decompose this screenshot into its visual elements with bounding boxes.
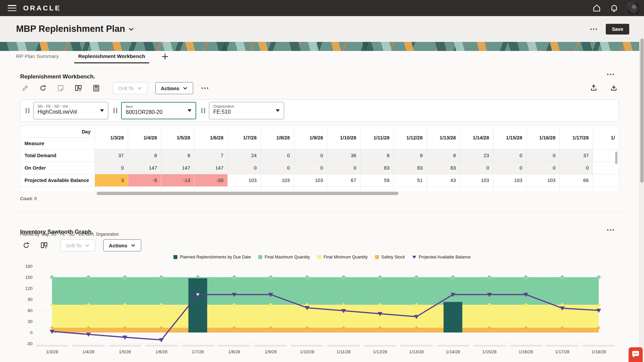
table-cell[interactable]: 0 bbox=[95, 162, 128, 174]
svg-text:90: 90 bbox=[28, 297, 33, 302]
legend-item[interactable]: Final Minimum Quantity bbox=[317, 255, 368, 259]
table-horizontal-scrollbar-thumb[interactable] bbox=[97, 192, 398, 195]
user-avatar[interactable] bbox=[627, 2, 639, 14]
add-tab-button[interactable] bbox=[161, 53, 169, 64]
page-title[interactable]: MBP Replenishment Plan bbox=[16, 24, 134, 34]
table-cell[interactable]: 0 bbox=[460, 162, 493, 174]
feedback-chat-button[interactable] bbox=[629, 347, 643, 362]
table-cell[interactable]: 51 bbox=[394, 174, 427, 187]
table-cell[interactable]: 0 bbox=[493, 162, 527, 174]
table-date-header: 1/9/28 bbox=[294, 126, 327, 149]
drag-handle-icon[interactable] bbox=[202, 108, 205, 113]
table-cell[interactable]: 0 bbox=[560, 162, 593, 174]
workbench-overflow-menu[interactable] bbox=[607, 74, 614, 75]
graph-subtitle: Filtered By: Day, SG - FE - SD - Vol, It… bbox=[20, 232, 119, 237]
download-icon[interactable] bbox=[610, 84, 618, 92]
table-cell[interactable]: 67 bbox=[327, 174, 361, 187]
table-cell[interactable]: 37 bbox=[560, 149, 593, 162]
table-cell[interactable]: 8 bbox=[128, 149, 161, 162]
table-cell[interactable]: 147 bbox=[195, 162, 228, 174]
table-cell[interactable]: 43 bbox=[427, 174, 460, 187]
table-cell[interactable]: 8 bbox=[361, 149, 394, 162]
table-cell[interactable]: 0 bbox=[228, 162, 261, 174]
upload-icon[interactable] bbox=[590, 84, 598, 92]
table-cell[interactable]: 37 bbox=[95, 149, 128, 162]
tab-replenishment-workbench[interactable]: Replenishment Workbench bbox=[78, 53, 145, 63]
table-cell[interactable]: 103 bbox=[460, 174, 493, 187]
table-cell[interactable]: 0 bbox=[327, 162, 361, 174]
table-cell[interactable]: 103 bbox=[527, 174, 560, 187]
drill-to-button[interactable]: Drill To bbox=[113, 82, 148, 94]
table-cell[interactable]: 147 bbox=[128, 162, 161, 174]
graph-actions-button[interactable]: Actions bbox=[103, 239, 141, 251]
table-cell[interactable]: 66 bbox=[560, 174, 593, 187]
table-cell[interactable]: 59 bbox=[361, 174, 394, 187]
inventory-sawtooth-chart[interactable]: 1801501209060300-301/3/281/4/281/5/281/6… bbox=[18, 263, 619, 361]
note-icon[interactable] bbox=[57, 84, 65, 92]
table-cell[interactable]: 0 bbox=[261, 149, 294, 162]
home-icon[interactable] bbox=[592, 4, 601, 12]
table-cell[interactable]: 7 bbox=[195, 149, 228, 162]
table-cell[interactable]: 8 bbox=[394, 149, 427, 162]
save-button[interactable]: Save bbox=[606, 24, 629, 35]
table-cell[interactable]: 0 bbox=[294, 149, 327, 162]
filter-organization[interactable]: Organization FE:510 bbox=[209, 102, 284, 119]
svg-text:1/13/28: 1/13/28 bbox=[409, 349, 424, 354]
table-cell[interactable]: 0 bbox=[527, 149, 560, 162]
table-cell[interactable]: 103 bbox=[493, 174, 527, 187]
table-cell[interactable]: 8 bbox=[427, 149, 460, 162]
edit-pencil-icon[interactable] bbox=[21, 84, 29, 92]
calculator-icon[interactable] bbox=[92, 84, 100, 92]
legend-item[interactable]: Planned Replenishments by Due Date bbox=[173, 255, 251, 259]
page-scrollbar[interactable] bbox=[639, 37, 644, 362]
page-scrollbar-thumb[interactable] bbox=[640, 39, 644, 183]
table-cell[interactable]: -20 bbox=[195, 174, 228, 187]
table-date-header: 1/8/28 bbox=[261, 126, 294, 149]
table-cell[interactable]: 0 bbox=[261, 162, 294, 174]
tab-rp-plan-summary[interactable]: RP Plan Summary bbox=[16, 53, 59, 63]
measure-catalog-icon[interactable]: # bbox=[74, 84, 83, 92]
table-cell[interactable]: -5 bbox=[128, 174, 161, 187]
table-cell[interactable]: 24 bbox=[228, 149, 261, 162]
notifications-bell-icon[interactable] bbox=[610, 4, 619, 12]
table-cell[interactable]: 0 bbox=[294, 162, 327, 174]
table-cell[interactable]: 103 bbox=[228, 174, 261, 187]
table-cell[interactable]: 0 bbox=[527, 162, 560, 174]
legend-item[interactable]: Final Maximum Quantity bbox=[258, 255, 310, 259]
legend-swatch-icon bbox=[317, 255, 321, 259]
filter-segment-group[interactable]: SG - FE - SD - Vol HighCostLowVol bbox=[33, 102, 108, 119]
svg-text:0: 0 bbox=[30, 330, 33, 335]
chevron-down-icon bbox=[128, 27, 134, 31]
table-cell[interactable]: 83 bbox=[394, 162, 427, 174]
table-cell[interactable]: 103 bbox=[294, 174, 327, 187]
table-cell[interactable]: 83 bbox=[361, 162, 394, 174]
table-cell[interactable]: 83 bbox=[427, 162, 460, 174]
table-cell[interactable]: 0 bbox=[493, 149, 527, 162]
refresh-icon[interactable] bbox=[22, 241, 30, 249]
table-cell[interactable]: 23 bbox=[460, 149, 493, 162]
legend-label: Final Minimum Quantity bbox=[324, 255, 368, 259]
hamburger-menu-icon[interactable] bbox=[8, 5, 16, 11]
measure-catalog-icon[interactable]: # bbox=[40, 241, 48, 249]
toolbar-overflow-menu[interactable] bbox=[202, 87, 208, 89]
table-cell[interactable]: 103 bbox=[261, 174, 294, 187]
refresh-icon[interactable] bbox=[39, 84, 47, 92]
table-vertical-scrollbar[interactable] bbox=[615, 152, 618, 164]
drag-handle-icon[interactable] bbox=[26, 108, 29, 113]
table-date-header-partial: 1/ bbox=[593, 126, 619, 149]
table-cell[interactable]: 147 bbox=[161, 162, 195, 174]
page-overflow-menu[interactable] bbox=[590, 28, 597, 30]
table-cell[interactable]: 36 bbox=[327, 149, 361, 162]
drag-handle-icon[interactable] bbox=[114, 108, 117, 113]
table-cell-partial bbox=[593, 174, 619, 187]
legend-item[interactable]: Projected Available Balance bbox=[412, 255, 471, 259]
actions-button[interactable]: Actions bbox=[155, 82, 193, 94]
table-cell[interactable]: 3 bbox=[95, 174, 128, 187]
graph-drill-to-button[interactable]: Drill To bbox=[60, 239, 95, 251]
svg-text:1/14/28: 1/14/28 bbox=[446, 349, 460, 354]
filter-item[interactable]: Item 6001OR280-20 bbox=[121, 102, 196, 119]
legend-item[interactable]: Safety Stock bbox=[375, 255, 405, 259]
table-cell[interactable]: -13 bbox=[161, 174, 195, 187]
table-cell[interactable]: 8 bbox=[161, 149, 195, 162]
graph-overflow-menu[interactable] bbox=[607, 229, 614, 231]
